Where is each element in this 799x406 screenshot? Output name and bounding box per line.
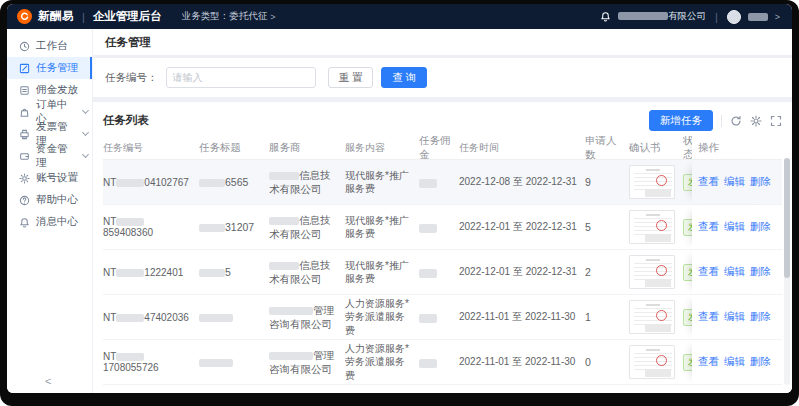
reset-button[interactable]: 重 置 (328, 67, 374, 88)
redacted-user-name (748, 13, 768, 21)
col-confirmation: 确认书 (629, 141, 683, 155)
brand-name: 新酬易 (38, 9, 74, 24)
table-row: NT859408360 31207 信息技术有限公司 现代服务*推广服务费 20… (103, 205, 782, 250)
sidebar-item-task-management[interactable]: 任务管理 (7, 57, 92, 79)
redacted-provider (269, 262, 299, 270)
redacted-title (199, 224, 225, 232)
order-bag-icon (19, 107, 30, 118)
brand-divider: | (82, 11, 85, 23)
redacted-fee (419, 359, 437, 368)
col-applicants: 申请人数 (585, 136, 629, 162)
redacted-task-no (116, 269, 144, 277)
brand-logo-icon (17, 9, 32, 24)
view-link[interactable]: 查看 (698, 265, 719, 279)
confirmation-doc-thumbnail[interactable] (629, 345, 675, 379)
page-title: 任务管理 (93, 29, 792, 55)
main-area: 任务管理 任务编号： 重 置 查 询 任务列表 新增任务 (93, 29, 792, 393)
redacted-fee (419, 314, 437, 323)
redacted-fee (419, 269, 437, 278)
redacted-fee (419, 179, 437, 188)
col-actions: 操作 (692, 136, 776, 159)
col-task-title: 任务标题 (199, 141, 269, 155)
delete-link[interactable]: 删除 (750, 355, 771, 369)
sidebar-item-help-center[interactable]: 帮助中心 (7, 189, 92, 211)
table-row: NT1708055726 管理咨询有限公司 人力资源服务*劳务派遣服务费 202… (103, 340, 782, 385)
company-name[interactable]: 有限公司 (618, 10, 706, 23)
redacted-task-no (116, 353, 144, 361)
view-link[interactable]: 查看 (698, 220, 719, 234)
col-fee: 任务佣金 (419, 136, 459, 162)
redacted-task-no (116, 218, 144, 226)
table-row: NT47402036 管理咨询有限公司 人力资源服务*劳务派遣服务费 2022-… (103, 295, 782, 340)
help-question-icon (19, 195, 30, 206)
redacted-task-no (116, 179, 144, 187)
user-menu-chevron-icon[interactable]: > (775, 12, 780, 22)
fullscreen-icon[interactable] (770, 115, 782, 127)
task-no-label: 任务编号： (105, 71, 158, 85)
brand-area: 新酬易 | 企业管理后台 业务类型：委托代征 > (17, 9, 276, 24)
toolbar-divider (721, 115, 722, 127)
edit-link[interactable]: 编辑 (724, 265, 745, 279)
table-settings-gear-icon[interactable] (750, 115, 762, 127)
redacted-company-name (618, 12, 668, 20)
redacted-provider (269, 352, 313, 360)
chevron-down-icon (82, 151, 89, 158)
redacted-fee (419, 224, 437, 233)
redacted-provider (269, 172, 299, 180)
redacted-provider (269, 307, 313, 315)
table-scrollbar-track (784, 158, 790, 385)
window-frame: 新酬易 | 企业管理后台 业务类型：委托代征 > 有限公司 | > 工作台 (0, 0, 799, 406)
delete-link[interactable]: 删除 (750, 175, 771, 189)
view-link[interactable]: 查看 (698, 175, 719, 189)
invoice-printer-icon (19, 129, 30, 140)
bell-icon (19, 217, 30, 228)
wallet-icon (19, 151, 30, 162)
delete-link[interactable]: 删除 (750, 220, 771, 234)
filter-bar: 任务编号： 重 置 查 询 (93, 58, 792, 97)
user-avatar[interactable] (727, 10, 741, 24)
chevron-down-icon (82, 107, 89, 114)
task-no-input[interactable] (166, 67, 316, 88)
delete-link[interactable]: 删除 (750, 265, 771, 279)
confirmation-doc-thumbnail[interactable] (629, 255, 675, 289)
edit-link[interactable]: 编辑 (724, 220, 745, 234)
table-header-row: 任务编号 任务标题 服务商 服务内容 任务佣金 任务时间 申请人数 确认书 状态… (103, 136, 782, 160)
app-screen: 新酬易 | 企业管理后台 业务类型：委托代征 > 有限公司 | > 工作台 (7, 4, 792, 393)
refresh-icon[interactable] (730, 115, 742, 127)
redacted-task-no (116, 314, 144, 322)
add-task-button[interactable]: 新增任务 (649, 110, 713, 131)
edit-link[interactable]: 编辑 (724, 355, 745, 369)
redacted-provider (269, 217, 299, 225)
task-table: 任务编号 任务标题 服务商 服务内容 任务佣金 任务时间 申请人数 确认书 状态… (103, 136, 782, 389)
redacted-title (199, 179, 225, 187)
sidebar-item-workbench[interactable]: 工作台 (7, 35, 92, 57)
top-navbar: 新酬易 | 企业管理后台 业务类型：委托代征 > 有限公司 | > (7, 4, 792, 29)
edit-link[interactable]: 编辑 (724, 175, 745, 189)
dashboard-icon (19, 41, 30, 52)
col-provider: 服务商 (269, 140, 345, 154)
sidebar-item-account-settings[interactable]: 账号设置 (7, 167, 92, 189)
sidebar: 工作台 任务管理 佣金发放 订单中心 发票管理 资金管 (7, 29, 93, 393)
view-link[interactable]: 查看 (698, 310, 719, 324)
col-service: 服务内容 (345, 141, 419, 155)
search-button[interactable]: 查 询 (381, 67, 427, 88)
sidebar-item-message-center[interactable]: 消息中心 (7, 211, 92, 233)
user-divider: | (715, 11, 718, 23)
notification-bell-icon[interactable] (600, 11, 611, 22)
redacted-title (199, 314, 233, 322)
task-edit-icon (19, 63, 30, 74)
confirmation-doc-thumbnail[interactable] (629, 300, 675, 334)
chevron-right-icon: > (270, 12, 275, 22)
delete-link[interactable]: 删除 (750, 310, 771, 324)
sidebar-collapse-button[interactable]: < (45, 375, 51, 387)
redacted-title (199, 359, 233, 367)
col-period: 任务时间 (459, 141, 585, 155)
confirmation-doc-thumbnail[interactable] (629, 210, 675, 244)
sidebar-item-funds[interactable]: 资金管理 (7, 145, 92, 167)
business-type-selector[interactable]: 业务类型：委托代征 > (182, 10, 276, 23)
edit-link[interactable]: 编辑 (724, 310, 745, 324)
table-scrollbar-thumb[interactable] (784, 158, 790, 278)
view-link[interactable]: 查看 (698, 355, 719, 369)
confirmation-doc-thumbnail[interactable] (629, 165, 675, 199)
task-list-card: 任务列表 新增任务 任务编号 任务标题 服务商 服 (93, 102, 792, 393)
